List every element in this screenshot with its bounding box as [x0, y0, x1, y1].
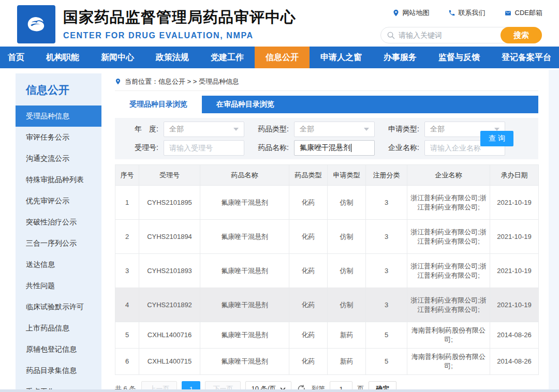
table-row: 2CYHS2101894氟康唑干混悬剂化药仿制3浙江普利药业有限公司;浙江普利药…: [115, 220, 539, 254]
search-input[interactable]: [399, 31, 501, 39]
sidebar-item-9[interactable]: 共性问题: [16, 275, 101, 296]
table-cell: 4: [115, 288, 139, 322]
envelope-icon: [504, 10, 512, 17]
nav-item-2[interactable]: 机构职能: [35, 47, 90, 68]
nav-item-1[interactable]: 首页: [0, 47, 35, 68]
query-button[interactable]: 查询: [480, 131, 513, 146]
quick-link-label: 网站地图: [403, 8, 430, 18]
sidebar-item-1[interactable]: 受理品种信息: [16, 105, 101, 127]
site-header: 国家药品监督管理局药品审评中心 CENTER FOR DRUG EVALUATI…: [0, 0, 559, 47]
quick-link-label: 联系我们: [459, 8, 486, 18]
nav-item-4[interactable]: 政策法规: [145, 47, 200, 68]
site-subtitle: CENTER FOR DRUG EVALUATION, NMPA: [63, 31, 296, 40]
table-cell: 3: [366, 288, 407, 322]
company-label: 企业名称:: [380, 143, 419, 153]
phone-icon: [448, 9, 455, 17]
results-table: 序号受理号药品名称药品类型申请类型注册分类企业名称承办日期 1CYHS21018…: [115, 164, 539, 375]
sidebar-item-5[interactable]: 优先审评公示: [16, 190, 101, 212]
nav-item-9[interactable]: 监督与反馈: [428, 47, 491, 68]
table-cell: 氟康唑干混悬剂: [200, 220, 289, 254]
text-caret: [351, 144, 351, 152]
table-row: 1CYHS2101895氟康唑干混悬剂化药仿制3浙江普利药业有限公司;浙江普利药…: [115, 186, 539, 220]
drug-type-select-value: 全部: [300, 125, 314, 134]
quick-link-1[interactable]: 网站地图: [392, 8, 430, 18]
table-cell: 氟康唑干混悬剂: [200, 186, 289, 220]
table-row: 3CYHS2101893氟康唑干混悬剂化药仿制3浙江普利药业有限公司;浙江普利药…: [115, 254, 539, 288]
table-cell: 浙江普利药业有限公司;浙江普利药业有限公司;: [407, 254, 490, 288]
table-cell: 2021-10-19: [490, 220, 539, 254]
site-title: 国家药品监督管理局药品审评中心: [63, 7, 296, 28]
column-header: 药品名称: [200, 165, 289, 186]
nav-item-3[interactable]: 新闻中心: [90, 47, 145, 68]
tab-1[interactable]: 受理品种目录浏览: [115, 96, 202, 113]
year-select[interactable]: 全部: [164, 122, 244, 137]
column-header: 注册分类: [366, 165, 407, 186]
site-search-bar: 搜索: [380, 27, 542, 43]
filter-panel: 年 度: 全部 药品类型: 全部 申请类型: 全部 受理号: 药品名称: 氟康唑…: [115, 118, 538, 159]
table-cell: 化药: [289, 220, 328, 254]
sidebar-item-6[interactable]: 突破性治疗公示: [16, 212, 101, 233]
table-cell: 2: [115, 220, 139, 254]
brand-block: 国家药品监督管理局药品审评中心 CENTER FOR DRUG EVALUATI…: [63, 7, 296, 40]
sidebar-item-8[interactable]: 送达信息: [16, 254, 101, 275]
table-cell: 化药: [289, 288, 328, 322]
table-cell: 仿制: [328, 288, 366, 322]
breadcrumb-pin-icon: [115, 78, 121, 85]
nav-item-6[interactable]: 信息公开: [255, 47, 310, 68]
sidebar-item-12[interactable]: 原辅包登记信息: [16, 339, 101, 360]
table-cell: CXHL1400716: [139, 322, 200, 349]
table-cell: 仿制: [328, 186, 366, 220]
sidebar-item-3[interactable]: 沟通交流公示: [16, 148, 101, 169]
table-row: 6CXHL1400715氟康唑干混悬剂化药新药5海南普利制药股份有限公司;201…: [115, 349, 539, 375]
table-cell: 2021-10-19: [490, 288, 539, 322]
cde-logo: [17, 5, 55, 43]
table-cell: 浙江普利药业有限公司;浙江普利药业有限公司;: [407, 288, 490, 322]
sidebar-item-4[interactable]: 特殊审批品种列表: [16, 169, 101, 190]
tab-2[interactable]: 在审品种目录浏览: [202, 96, 289, 113]
table-cell: 新药: [328, 322, 366, 349]
table-cell: CYHS2101893: [139, 254, 200, 288]
sidebar-title: 信息公开: [26, 83, 101, 97]
sidebar-item-10[interactable]: 临床试验默示许可: [16, 296, 101, 318]
tab-bar: 受理品种目录浏览在审品种目录浏览: [115, 96, 538, 113]
swan-logo-icon: [21, 8, 51, 40]
column-header: 企业名称: [407, 165, 490, 186]
main-content: 当前位置：信息公开 > > 受理品种信息 受理品种目录浏览在审品种目录浏览 年 …: [115, 72, 538, 392]
table-cell: 化药: [289, 254, 328, 288]
drug-name-value: 氟康唑干混悬剂: [300, 143, 350, 153]
chevron-down-icon: [233, 128, 239, 131]
nav-item-10[interactable]: 登记备案平台: [491, 47, 559, 68]
search-button[interactable]: 搜索: [501, 27, 542, 43]
table-cell: 仿制: [328, 220, 366, 254]
table-cell: 2014-08-26: [490, 349, 539, 375]
table-cell: 1: [115, 186, 139, 220]
breadcrumb-text: 当前位置：信息公开 > > 受理品种信息: [125, 77, 239, 86]
quick-link-label: CDE邮箱: [515, 8, 542, 18]
table-cell: 新药: [328, 349, 366, 375]
quick-link-3[interactable]: CDE邮箱: [504, 8, 542, 18]
nav-item-7[interactable]: 申请人之窗: [310, 47, 373, 68]
table-cell: 氟康唑干混悬剂: [200, 254, 289, 288]
apply-type-label: 申请类型:: [380, 125, 419, 134]
table-cell: 仿制: [328, 254, 366, 288]
sidebar-item-13[interactable]: 药品目录集信息: [16, 360, 101, 381]
column-header: 承办日期: [490, 165, 539, 186]
table-cell: 氟康唑干混悬剂: [200, 288, 289, 322]
search-icon: [387, 32, 395, 39]
footer-strip: [0, 389, 559, 392]
sidebar-item-7[interactable]: 三合一序列公示: [16, 233, 101, 254]
nav-item-5[interactable]: 党建工作: [200, 47, 255, 68]
accept-no-label: 受理号:: [123, 143, 158, 153]
drug-type-select[interactable]: 全部: [294, 122, 375, 137]
table-header-row: 序号受理号药品名称药品类型申请类型注册分类企业名称承办日期: [115, 165, 539, 186]
sidebar-item-2[interactable]: 审评任务公示: [16, 127, 101, 148]
table-cell: 5: [366, 349, 407, 375]
nav-item-8[interactable]: 办事服务: [373, 47, 428, 68]
sidebar-item-11[interactable]: 上市药品信息: [16, 318, 101, 339]
table-cell: 2021-10-19: [490, 254, 539, 288]
table-cell: 5: [366, 322, 407, 349]
table-cell: 6: [115, 349, 139, 375]
quick-link-2[interactable]: 联系我们: [448, 8, 486, 18]
drug-name-input[interactable]: 氟康唑干混悬剂: [294, 140, 375, 156]
accept-no-input[interactable]: [164, 140, 244, 156]
